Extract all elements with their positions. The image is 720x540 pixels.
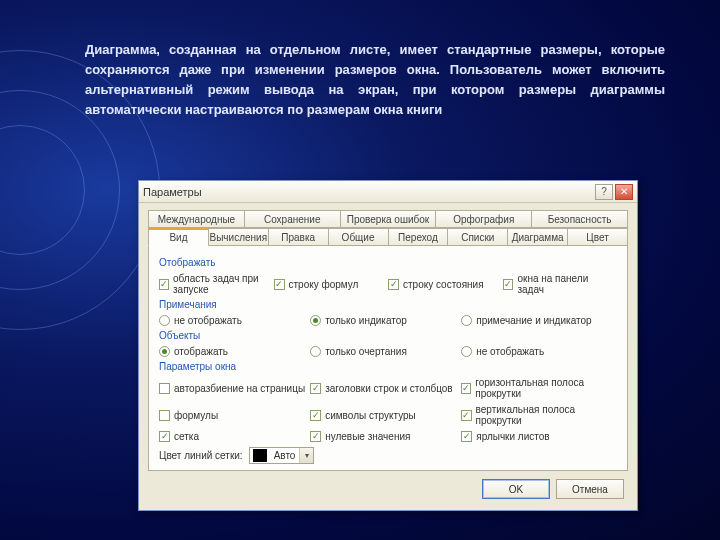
color-swatch	[253, 449, 267, 462]
option-label: сетка	[174, 431, 199, 442]
radio-option[interactable]: только индикатор	[310, 314, 461, 327]
checkbox-option[interactable]: авторазбиение на страницы	[159, 376, 310, 400]
checkbox-option[interactable]: символы структуры	[310, 403, 461, 427]
checkbox-icon	[310, 431, 321, 442]
option-label: не отображать	[174, 315, 242, 326]
tab-international[interactable]: Международные	[148, 210, 245, 228]
tab-calc[interactable]: Вычисления	[208, 228, 269, 246]
slide-description: Диаграмма, созданная на отдельном листе,…	[85, 40, 665, 121]
checkbox-icon	[503, 279, 514, 290]
option-label: примечание и индикатор	[476, 315, 591, 326]
radio-icon	[159, 315, 170, 326]
checkbox-icon	[159, 279, 169, 290]
tab-security[interactable]: Безопасность	[531, 210, 628, 228]
checkbox-icon	[274, 279, 285, 290]
option-label: формулы	[174, 410, 218, 421]
group-comments-title: Примечания	[159, 299, 617, 310]
titlebar: Параметры ? ✕	[139, 181, 637, 203]
grid-color-value: Авто	[270, 450, 300, 461]
tab-transition[interactable]: Переход	[388, 228, 449, 246]
dialog-buttons: OK Отмена	[148, 471, 628, 501]
checkbox-option[interactable]: формулы	[159, 403, 310, 427]
grid-color-select[interactable]: Авто ▾	[249, 447, 315, 464]
option-label: только очертания	[325, 346, 407, 357]
checkbox-icon	[461, 410, 471, 421]
tab-lists[interactable]: Списки	[447, 228, 508, 246]
tab-error-check[interactable]: Проверка ошибок	[340, 210, 437, 228]
checkbox-option[interactable]: нулевые значения	[310, 430, 461, 443]
radio-option[interactable]: отображать	[159, 345, 310, 358]
radio-option[interactable]: не отображать	[461, 345, 612, 358]
option-label: нулевые значения	[325, 431, 410, 442]
close-button[interactable]: ✕	[615, 184, 633, 200]
checkbox-icon	[159, 410, 170, 421]
option-label: строку состояния	[403, 279, 484, 290]
checkbox-option[interactable]: область задач при запуске	[159, 272, 274, 296]
option-label: область задач при запуске	[173, 273, 274, 295]
checkbox-icon	[159, 431, 170, 442]
option-label: окна на панели задач	[517, 273, 617, 295]
option-label: только индикатор	[325, 315, 407, 326]
tab-row-1: Международные Сохранение Проверка ошибок…	[148, 210, 628, 228]
tab-spelling[interactable]: Орфография	[435, 210, 532, 228]
option-label: отображать	[174, 346, 228, 357]
group-display-title: Отображать	[159, 257, 617, 268]
tab-edit[interactable]: Правка	[268, 228, 329, 246]
checkbox-option[interactable]: строку состояния	[388, 272, 503, 296]
option-label: ярлычки листов	[476, 431, 549, 442]
chevron-down-icon: ▾	[299, 448, 313, 463]
group-window-title: Параметры окна	[159, 361, 617, 372]
radio-option[interactable]: только очертания	[310, 345, 461, 358]
option-label: горизонтальная полоса прокрутки	[475, 377, 612, 399]
grid-color-label: Цвет линий сетки:	[159, 450, 243, 461]
option-label: строку формул	[289, 279, 359, 290]
checkbox-icon	[310, 410, 321, 421]
grid-color-row: Цвет линий сетки: Авто ▾	[159, 447, 617, 464]
radio-option[interactable]: не отображать	[159, 314, 310, 327]
tab-general[interactable]: Общие	[328, 228, 389, 246]
dialog-title: Параметры	[143, 186, 202, 198]
checkbox-option[interactable]: заголовки строк и столбцов	[310, 376, 461, 400]
checkbox-icon	[461, 383, 471, 394]
tab-panel-view: Отображать область задач при запускестро…	[148, 246, 628, 471]
group-objects-title: Объекты	[159, 330, 617, 341]
checkbox-icon	[388, 279, 399, 290]
tab-row-2: Вид Вычисления Правка Общие Переход Спис…	[148, 228, 628, 246]
checkbox-icon	[159, 383, 170, 394]
checkbox-option[interactable]: сетка	[159, 430, 310, 443]
checkbox-icon	[461, 431, 472, 442]
radio-option[interactable]: примечание и индикатор	[461, 314, 612, 327]
checkbox-icon	[310, 383, 321, 394]
radio-icon	[159, 346, 170, 357]
checkbox-option[interactable]: вертикальная полоса прокрутки	[461, 403, 612, 427]
radio-icon	[310, 315, 321, 326]
tab-save[interactable]: Сохранение	[244, 210, 341, 228]
radio-icon	[310, 346, 321, 357]
help-button[interactable]: ?	[595, 184, 613, 200]
tab-chart[interactable]: Диаграмма	[507, 228, 568, 246]
tab-color[interactable]: Цвет	[567, 228, 628, 246]
option-label: вертикальная полоса прокрутки	[476, 404, 613, 426]
radio-icon	[461, 346, 472, 357]
checkbox-option[interactable]: ярлычки листов	[461, 430, 612, 443]
options-dialog: Параметры ? ✕ Международные Сохранение П…	[138, 180, 638, 511]
checkbox-option[interactable]: горизонтальная полоса прокрутки	[461, 376, 612, 400]
option-label: заголовки строк и столбцов	[325, 383, 453, 394]
checkbox-option[interactable]: окна на панели задач	[503, 272, 618, 296]
ok-button[interactable]: OK	[482, 479, 550, 499]
option-label: авторазбиение на страницы	[174, 383, 305, 394]
cancel-button[interactable]: Отмена	[556, 479, 624, 499]
checkbox-option[interactable]: строку формул	[274, 272, 389, 296]
tab-view[interactable]: Вид	[148, 228, 209, 246]
option-label: символы структуры	[325, 410, 416, 421]
radio-icon	[461, 315, 472, 326]
option-label: не отображать	[476, 346, 544, 357]
